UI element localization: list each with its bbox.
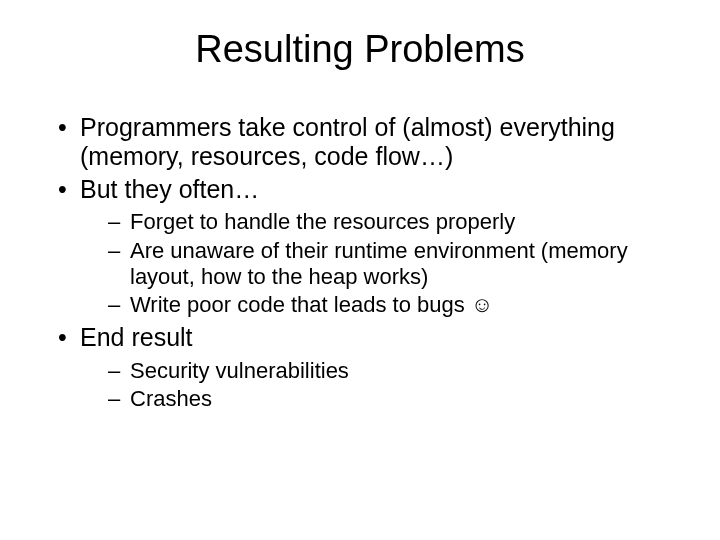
sub-bullet-item: Are unaware of their runtime environment… [80,238,670,291]
bullet-text: End result [80,323,193,351]
sub-bullet-item: Write poor code that leads to bugs ☺ [80,292,670,318]
bullet-item: End result Security vulnerabilities Cras… [50,323,670,413]
bullet-item: Programmers take control of (almost) eve… [50,113,670,171]
sub-bullet-list: Forget to handle the resources properly … [80,209,670,319]
sub-bullet-item: Forget to handle the resources properly [80,209,670,235]
sub-bullet-item: Crashes [80,386,670,412]
slide-title: Resulting Problems [50,28,670,71]
sub-bullet-item: Security vulnerabilities [80,358,670,384]
bullet-text: But they often… [80,175,259,203]
sub-bullet-list: Security vulnerabilities Crashes [80,358,670,413]
bullet-item: But they often… Forget to handle the res… [50,175,670,319]
bullet-list: Programmers take control of (almost) eve… [50,113,670,412]
